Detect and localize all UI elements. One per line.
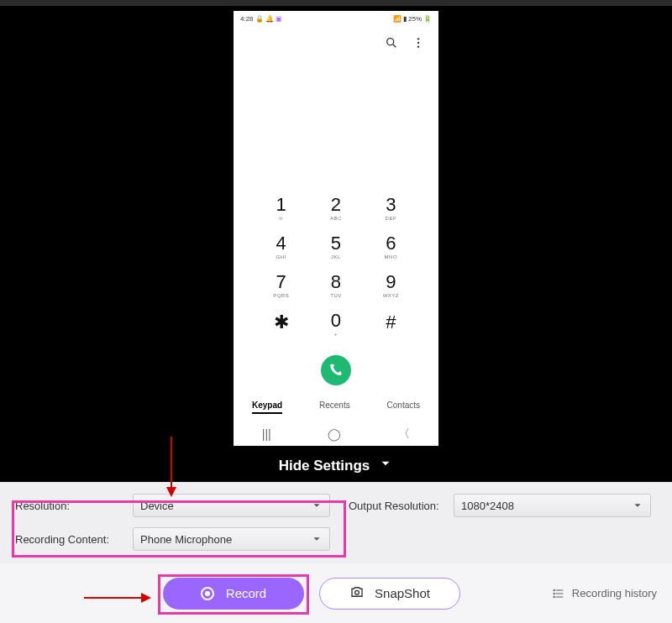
key-hash[interactable]: # bbox=[364, 312, 418, 337]
key-2[interactable]: 2ABC bbox=[308, 196, 363, 221]
chevron-down-icon bbox=[632, 500, 643, 511]
dial-grid: 1∞ 2ABC 3DEF 4GHI 5JKL 6MNO 7PQRS 8TUV 9… bbox=[234, 196, 438, 343]
svg-marker-13 bbox=[166, 487, 176, 497]
svg-point-5 bbox=[355, 590, 360, 594]
hide-settings-label: Hide Settings bbox=[279, 458, 370, 474]
status-right: 📶 ▮ 25% 🔋 bbox=[393, 15, 432, 23]
svg-point-4 bbox=[417, 45, 419, 47]
svg-point-10 bbox=[554, 593, 554, 594]
svg-marker-15 bbox=[141, 593, 151, 603]
tab-recents[interactable]: Recents bbox=[319, 400, 350, 414]
tab-keypad[interactable]: Keypad bbox=[252, 400, 282, 414]
history-label: Recording history bbox=[572, 587, 657, 599]
hide-settings-toggle[interactable]: Hide Settings bbox=[0, 456, 672, 475]
recording-content-dropdown[interactable]: Phone Microphone bbox=[133, 527, 330, 551]
search-icon[interactable] bbox=[385, 36, 398, 53]
recording-content-value: Phone Microphone bbox=[140, 533, 232, 546]
row-resolution: Resolution: Device Output Resolution: 10… bbox=[15, 494, 657, 517]
svg-point-2 bbox=[417, 38, 419, 39]
resolution-label: Resolution: bbox=[15, 500, 124, 512]
settings-panel: Resolution: Device Output Resolution: 10… bbox=[0, 482, 672, 563]
record-dot-icon bbox=[201, 587, 214, 600]
list-icon bbox=[552, 587, 565, 600]
dialer-area: 1∞ 2ABC 3DEF 4GHI 5JKL 6MNO 7PQRS 8TUV 9… bbox=[234, 63, 438, 446]
call-button[interactable] bbox=[321, 355, 351, 385]
record-label: Record bbox=[226, 586, 266, 600]
signal-icon: ▮ bbox=[403, 15, 407, 23]
status-left: 4:28 🔒 🔔 ▣ bbox=[240, 15, 282, 23]
record-button[interactable]: Record bbox=[163, 578, 304, 610]
svg-point-9 bbox=[554, 589, 554, 590]
tab-contacts[interactable]: Contacts bbox=[387, 400, 420, 414]
recording-history-link[interactable]: Recording history bbox=[552, 587, 657, 600]
app-icon: ▣ bbox=[276, 15, 282, 23]
phone-status-bar: 4:28 🔒 🔔 ▣ 📶 ▮ 25% 🔋 bbox=[234, 11, 438, 26]
chevron-down-icon bbox=[378, 456, 393, 475]
svg-line-1 bbox=[393, 44, 396, 47]
key-3[interactable]: 3DEF bbox=[364, 196, 418, 221]
nav-back-icon[interactable]: 〈 bbox=[398, 427, 410, 442]
battery-text: 25% bbox=[408, 15, 422, 23]
resolution-value: Device bbox=[140, 500, 174, 512]
key-0[interactable]: 0+ bbox=[308, 312, 363, 337]
key-8[interactable]: 8TUV bbox=[308, 273, 363, 298]
chevron-down-icon bbox=[311, 500, 323, 511]
row-recording-content: Recording Content: Phone Microphone bbox=[15, 527, 657, 551]
output-resolution-value: 1080*2408 bbox=[461, 500, 514, 512]
mirror-area: 4:28 🔒 🔔 ▣ 📶 ▮ 25% 🔋 1∞ 2ABC bbox=[0, 6, 672, 482]
nav-recents-icon[interactable]: ||| bbox=[262, 427, 271, 441]
camera-icon bbox=[349, 584, 365, 602]
phone-topbar bbox=[234, 26, 438, 63]
key-9[interactable]: 9WXYZ bbox=[364, 273, 418, 298]
key-1[interactable]: 1∞ bbox=[254, 196, 308, 221]
key-5[interactable]: 5JKL bbox=[308, 234, 363, 259]
output-resolution-label: Output Resolution: bbox=[349, 500, 445, 512]
call-row bbox=[234, 343, 438, 394]
wifi-icon: 📶 bbox=[393, 15, 402, 23]
android-nav-bar: ||| ◯ 〈 bbox=[234, 422, 438, 446]
dialer-tabs: Keypad Recents Contacts bbox=[234, 394, 438, 422]
output-resolution-dropdown[interactable]: 1080*2408 bbox=[454, 494, 651, 517]
snapshot-button[interactable]: SnapShot bbox=[319, 578, 460, 610]
key-4[interactable]: 4GHI bbox=[254, 234, 308, 259]
key-6[interactable]: 6MNO bbox=[364, 234, 418, 259]
more-icon[interactable] bbox=[412, 36, 425, 53]
battery-icon: 🔋 bbox=[423, 15, 432, 23]
nav-home-icon[interactable]: ◯ bbox=[328, 427, 341, 441]
svg-point-0 bbox=[387, 39, 394, 45]
bell-icon: 🔔 bbox=[265, 15, 274, 23]
lock-icon: 🔒 bbox=[255, 15, 264, 23]
annotation-arrow-right bbox=[84, 592, 151, 604]
svg-point-11 bbox=[554, 596, 554, 597]
phone-screen: 4:28 🔒 🔔 ▣ 📶 ▮ 25% 🔋 1∞ 2ABC bbox=[234, 11, 438, 446]
snapshot-label: SnapShot bbox=[375, 586, 430, 600]
svg-point-3 bbox=[417, 42, 419, 44]
recording-content-label: Recording Content: bbox=[15, 533, 124, 546]
titlebar-strip bbox=[0, 0, 672, 6]
key-star[interactable]: ✱ bbox=[254, 312, 308, 337]
annotation-arrow-down bbox=[164, 437, 179, 497]
resolution-dropdown[interactable]: Device bbox=[133, 494, 330, 517]
chevron-down-icon bbox=[311, 533, 323, 545]
status-time: 4:28 bbox=[240, 15, 254, 23]
key-7[interactable]: 7PQRS bbox=[254, 273, 308, 298]
